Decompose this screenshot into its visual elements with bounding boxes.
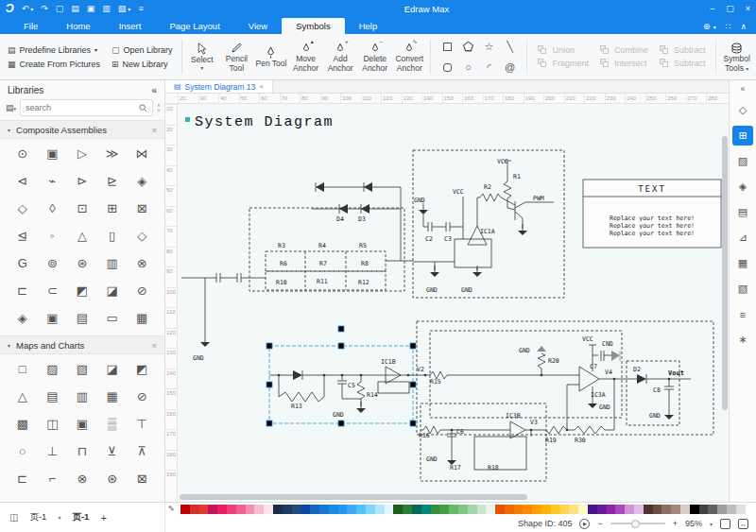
zoom-out-button[interactable]: −: [597, 519, 602, 528]
library-symbol[interactable]: ⊤: [137, 417, 147, 431]
library-symbol[interactable]: ⊠: [137, 201, 147, 215]
palette-swatch[interactable]: [523, 505, 532, 514]
library-symbol[interactable]: ▦: [106, 389, 117, 403]
library-symbol[interactable]: ▧: [77, 362, 88, 376]
move-anchor-button[interactable]: ▴ Move Anchor: [288, 36, 323, 77]
zoom-level-label[interactable]: 95%: [685, 519, 702, 528]
library-symbol[interactable]: ○: [19, 444, 26, 458]
palette-swatch[interactable]: [180, 505, 190, 514]
new-file-icon[interactable]: ▢: [56, 4, 64, 13]
tab-help[interactable]: Help: [345, 18, 392, 34]
text-annotation-box[interactable]: TEXT Replace your text here! Replace you…: [583, 180, 721, 248]
palette-swatch[interactable]: [699, 505, 709, 514]
undo-icon[interactable]: ↶: [22, 4, 29, 13]
palette-swatch[interactable]: [385, 505, 394, 514]
palette-swatch[interactable]: [662, 505, 671, 514]
palette-swatch[interactable]: [505, 505, 514, 514]
library-symbol[interactable]: ◦: [50, 229, 55, 243]
style-brush-icon[interactable]: ✎: [168, 505, 180, 514]
palette-swatch[interactable]: [273, 505, 283, 514]
palette-swatch[interactable]: [671, 505, 680, 514]
palette-swatch[interactable]: [569, 505, 578, 514]
page-view-icon[interactable]: ◫: [9, 512, 18, 523]
palette-swatch[interactable]: [375, 505, 385, 514]
palette-swatch[interactable]: [310, 505, 319, 514]
palette-swatch[interactable]: [439, 505, 449, 514]
palette-swatch[interactable]: [264, 505, 273, 514]
section-maps-and-charts[interactable]: ▾ Maps and Charts ×: [0, 335, 164, 354]
library-symbol[interactable]: △: [18, 389, 27, 403]
palette-swatch[interactable]: [468, 505, 477, 514]
horizontal-scrollbar[interactable]: [180, 494, 527, 500]
palette-swatch[interactable]: [644, 505, 653, 514]
note-panel-icon[interactable]: ▤: [732, 202, 753, 222]
more-commands-icon[interactable]: ≡: [138, 4, 143, 13]
library-symbol[interactable]: ⌐: [49, 472, 57, 486]
library-symbol[interactable]: ◊: [49, 201, 55, 215]
tab-home[interactable]: Home: [52, 18, 104, 34]
palette-swatch[interactable]: [199, 505, 209, 514]
palette-swatch[interactable]: [227, 505, 236, 514]
palette-swatch[interactable]: [551, 505, 560, 514]
chart-panel-icon[interactable]: ⊿: [732, 228, 753, 248]
library-symbol[interactable]: ▷: [77, 146, 87, 161]
palette-swatch[interactable]: [236, 505, 246, 514]
undo-caret-icon[interactable]: ▾: [30, 6, 33, 12]
library-symbol[interactable]: ⊚: [47, 256, 58, 270]
library-symbol[interactable]: ⊲: [17, 174, 27, 188]
fit-width-button[interactable]: ↔: [738, 519, 748, 529]
library-symbol[interactable]: ⊘: [137, 389, 147, 403]
palette-swatch[interactable]: [356, 505, 366, 514]
palette-swatch[interactable]: [615, 505, 625, 514]
palette-swatch[interactable]: [727, 505, 736, 514]
image-panel-icon[interactable]: ▨: [732, 151, 753, 171]
library-symbol[interactable]: ⊛: [107, 472, 117, 486]
library-symbol[interactable]: ▣: [46, 146, 58, 161]
table-panel-icon[interactable]: ▦: [732, 253, 753, 273]
library-symbol[interactable]: ◪: [106, 283, 117, 298]
palette-swatch[interactable]: [301, 505, 310, 514]
palette-swatch[interactable]: [403, 505, 412, 514]
palette-swatch[interactable]: [588, 505, 597, 514]
library-scroll-spinner[interactable]: ∧∨: [157, 103, 161, 112]
fill-style-icon[interactable]: ◇: [732, 100, 753, 120]
vertical-scrollbar[interactable]: [722, 136, 728, 410]
library-symbol[interactable]: ⊏: [17, 472, 27, 486]
circle-shape-button[interactable]: ○: [465, 61, 472, 73]
palette-swatch[interactable]: [458, 505, 468, 514]
palette-swatch[interactable]: [495, 505, 505, 514]
collapse-ribbon-icon[interactable]: ∧: [740, 22, 747, 31]
palette-swatch[interactable]: [421, 505, 431, 514]
library-symbol[interactable]: □: [19, 362, 26, 376]
tab-insert[interactable]: Insert: [105, 18, 156, 34]
library-symbol[interactable]: ⊘: [137, 283, 147, 298]
palette-swatch[interactable]: [254, 505, 264, 514]
library-symbol[interactable]: ▩: [17, 417, 28, 431]
drawing-canvas[interactable]: System Diagram: [178, 104, 729, 502]
library-symbol[interactable]: ⊥: [47, 444, 58, 458]
palette-swatch[interactable]: [717, 505, 727, 514]
diagram-title[interactable]: System Diagram: [195, 114, 334, 130]
redo-icon[interactable]: ↷: [41, 4, 48, 13]
section-collapse-icon[interactable]: ▾: [8, 127, 10, 133]
palette-swatch[interactable]: [329, 505, 338, 514]
page-list-caret-icon[interactable]: ▾: [58, 514, 60, 521]
library-symbol[interactable]: ◇: [18, 201, 27, 215]
library-symbol[interactable]: G: [18, 256, 27, 270]
library-symbol[interactable]: ⌁: [48, 174, 56, 188]
section-close-icon[interactable]: ×: [151, 125, 157, 135]
export-caret-icon[interactable]: ▾: [128, 6, 130, 12]
library-symbol[interactable]: ▨: [46, 362, 58, 376]
library-symbol[interactable]: ⊼: [137, 444, 146, 458]
palette-swatch[interactable]: [319, 505, 329, 514]
palette-swatch[interactable]: [690, 505, 699, 514]
library-symbol[interactable]: ◪: [106, 362, 117, 376]
symbol-library-icon[interactable]: ⊞: [732, 126, 753, 146]
library-symbol[interactable]: ⊓: [77, 444, 87, 458]
pencil-tool-button[interactable]: Pencil Tool: [219, 36, 254, 77]
library-symbol[interactable]: ▥: [77, 389, 88, 403]
document-tab[interactable]: ▤ System Diagram 13 ×: [165, 80, 273, 93]
library-symbol[interactable]: ◫: [46, 417, 58, 431]
maximize-button[interactable]: ▢: [726, 4, 734, 13]
palette-swatch[interactable]: [190, 505, 199, 514]
